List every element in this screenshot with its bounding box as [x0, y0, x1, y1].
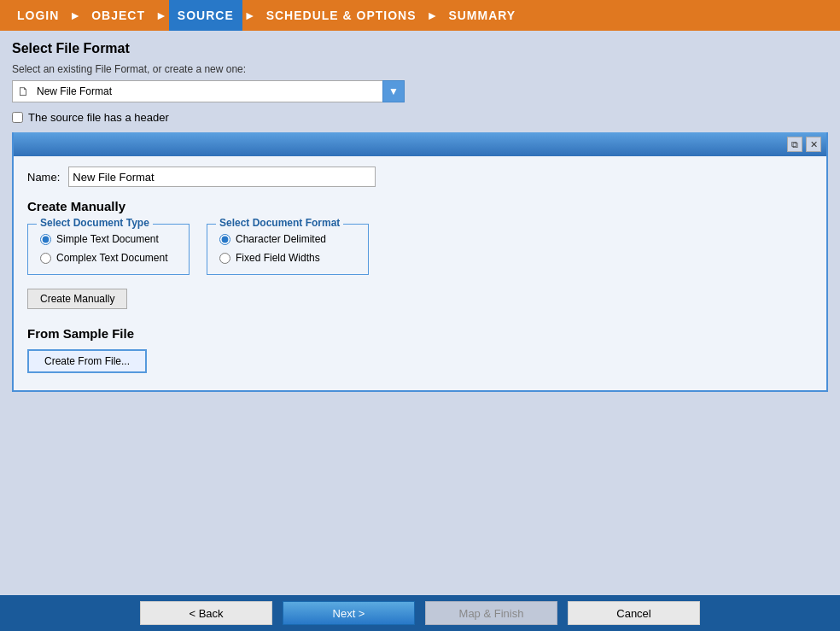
create-manually-button[interactable]: Create Manually	[27, 289, 127, 309]
header-checkbox[interactable]	[12, 112, 23, 123]
radio-fixed-field-input[interactable]	[219, 253, 230, 264]
select-dropdown-btn[interactable]: ▼	[382, 80, 405, 102]
nav-login[interactable]: LOGIN	[9, 0, 67, 31]
top-nav: LOGIN ► OBJECT ► SOURCE ► SCHEDULE & OPT…	[0, 0, 840, 31]
radio-char-delimited: Character Delimited	[219, 233, 356, 245]
radio-fixed-field: Fixed Field Widths	[219, 252, 356, 264]
from-sample-title: From Sample File	[27, 326, 813, 341]
header-checkbox-row: The source file has a header	[12, 111, 828, 124]
dialog-titlebar: ⧉ ✕	[14, 132, 826, 156]
doc-format-legend: Select Document Format	[216, 217, 343, 229]
create-manually-title: Create Manually	[27, 199, 813, 213]
nav-arrow-1: ►	[67, 9, 83, 22]
radio-char-delimited-label: Character Delimited	[236, 233, 326, 245]
nav-summary[interactable]: SUMMARY	[440, 0, 524, 31]
close-icon-btn[interactable]: ✕	[806, 137, 821, 152]
doc-type-panel: Select Document Type Simple Text Documen…	[27, 224, 190, 275]
radio-complex-text-label: Complex Text Document	[56, 252, 168, 264]
dialog-body: Name: Create Manually Select Document Ty…	[14, 156, 826, 390]
restore-icon-btn[interactable]: ⧉	[787, 137, 802, 152]
next-button[interactable]: Next >	[283, 601, 415, 625]
cancel-button[interactable]: Cancel	[568, 601, 700, 625]
radio-complex-text-input[interactable]	[40, 253, 51, 264]
create-from-file-button[interactable]: Create From File...	[27, 349, 147, 373]
name-input[interactable]	[68, 167, 376, 187]
select-file-format-label: Select an existing File Format, or creat…	[12, 63, 828, 75]
nav-arrow-3: ►	[242, 9, 258, 22]
doc-format-panel: Select Document Format Character Delimit…	[207, 224, 369, 275]
map-finish-button: Map & Finish	[425, 601, 557, 625]
doc-type-legend: Select Document Type	[37, 217, 153, 229]
main-content: Select File Format Select an existing Fi…	[0, 31, 840, 392]
back-button[interactable]: < Back	[140, 601, 272, 625]
nav-source[interactable]: SOURCE	[169, 0, 242, 31]
name-label: Name:	[27, 171, 60, 184]
radio-fixed-field-label: Fixed Field Widths	[236, 252, 320, 264]
file-format-select[interactable]: New File Format	[12, 80, 405, 102]
radio-simple-text-input[interactable]	[40, 234, 51, 245]
header-checkbox-label: The source file has a header	[28, 111, 169, 124]
bottom-bar: < Back Next > Map & Finish Cancel	[0, 595, 840, 631]
radio-complex-text: Complex Text Document	[40, 252, 177, 264]
panels-row: Select Document Type Simple Text Documen…	[27, 224, 813, 275]
file-format-select-wrapper: 🗋 New File Format ▼	[12, 80, 405, 102]
dialog: ⧉ ✕ Name: Create Manually Select Documen…	[12, 132, 828, 392]
nav-arrow-2: ►	[154, 9, 169, 22]
radio-char-delimited-input[interactable]	[219, 234, 230, 245]
nav-schedule[interactable]: SCHEDULE & OPTIONS	[258, 0, 425, 31]
nav-arrow-4: ►	[425, 9, 440, 22]
name-row: Name:	[27, 167, 813, 187]
radio-simple-text-label: Simple Text Document	[56, 233, 159, 245]
nav-object[interactable]: OBJECT	[83, 0, 154, 31]
radio-simple-text: Simple Text Document	[40, 233, 177, 245]
page-title: Select File Format	[12, 41, 828, 56]
dialog-titlebar-icons: ⧉ ✕	[787, 137, 821, 152]
